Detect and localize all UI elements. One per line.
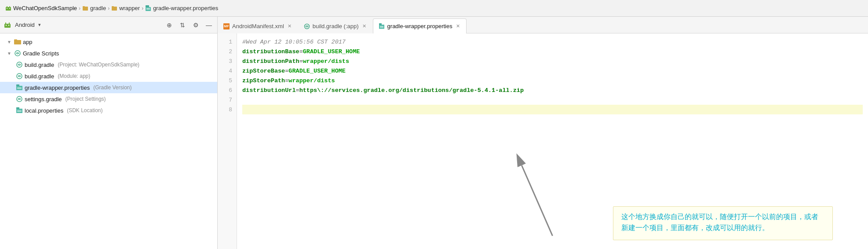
svg-rect-24 bbox=[16, 86, 22, 90]
gradle-file-icon-3 bbox=[16, 96, 23, 102]
breadcrumb-wrapper[interactable]: wrapper bbox=[111, 5, 140, 11]
svg-point-21 bbox=[17, 62, 22, 67]
ln-7: 7 bbox=[218, 95, 237, 105]
tree-item-local-properties[interactable]: local.properties (SDK Location) bbox=[0, 105, 217, 116]
svg-point-16 bbox=[6, 25, 7, 26]
breadcrumb-project[interactable]: WeChatOpenSdkSample bbox=[5, 5, 77, 11]
tree-label-build-gradle-app: build.gradle bbox=[25, 73, 54, 80]
breadcrumb-gradle[interactable]: gradle bbox=[82, 5, 106, 11]
tree-meta-build-gradle-project: (Project: WeChatOpenSdkSample) bbox=[58, 62, 139, 68]
tab-label-build-gradle-app: build.gradle (:app) bbox=[313, 23, 359, 29]
toolbar-minimize-btn[interactable]: — bbox=[204, 20, 214, 30]
gradle-props-icon-1 bbox=[16, 84, 23, 91]
file-tree: ▼ app ▼ Gradle Scripts bbox=[0, 33, 217, 119]
breadcrumb-sep-1: › bbox=[79, 5, 80, 11]
wrapper-folder-icon bbox=[111, 5, 117, 11]
tree-item-gradle-wrapper-props[interactable]: gradle-wrapper.properties (Gradle Versio… bbox=[0, 82, 217, 93]
code-val-3: wrapper/dists bbox=[303, 58, 349, 65]
tree-meta-settings-gradle: (Project Settings) bbox=[66, 96, 106, 102]
tree-item-app[interactable]: ▼ app bbox=[0, 36, 217, 48]
svg-point-22 bbox=[17, 73, 22, 79]
svg-point-3 bbox=[7, 8, 7, 9]
code-key-5: zipStorePath bbox=[242, 77, 285, 84]
ln-5: 5 bbox=[218, 76, 237, 85]
panel-label: Android bbox=[15, 22, 35, 28]
tree-meta-build-gradle-app: (Module: app) bbox=[58, 73, 90, 79]
tab-close-android-manifest[interactable]: ✕ bbox=[287, 23, 292, 29]
tree-label-gradle-wrapper-props: gradle-wrapper.properties bbox=[25, 84, 90, 91]
tab-build-gradle-app[interactable]: build.gradle (:app) ✕ bbox=[298, 18, 373, 33]
code-key-2: distributionBase bbox=[242, 48, 299, 55]
code-line-1: #Wed Apr 12 10:05:56 CST 2017 bbox=[242, 37, 863, 47]
code-key-6: distributionUrl bbox=[242, 87, 296, 94]
tab-label-gradle-wrapper-props: gradle-wrapper.properties bbox=[387, 23, 452, 29]
code-eq-5: = bbox=[285, 77, 288, 84]
code-eq-2: = bbox=[299, 48, 303, 55]
toolbar-icons: ⊕ ⇅ ⚙ — bbox=[164, 20, 214, 30]
code-line-7 bbox=[242, 95, 863, 105]
tree-item-settings-gradle[interactable]: settings.gradle (Project Settings) bbox=[0, 93, 217, 105]
tree-item-build-gradle-app[interactable]: build.gradle (Module: app) bbox=[0, 70, 217, 82]
chevron-gradle-scripts: ▼ bbox=[7, 51, 11, 56]
ln-4: 4 bbox=[218, 66, 237, 76]
annotation-arrow-svg bbox=[237, 152, 868, 249]
tree-label-settings-gradle: settings.gradle bbox=[25, 96, 62, 103]
tab-bar: MF AndroidManifest.xml ✕ build.gradle (:… bbox=[218, 17, 868, 33]
code-eq-6: = bbox=[296, 87, 299, 94]
toolbar-settings-btn[interactable]: ⚙ bbox=[191, 20, 201, 30]
toolbar-add-btn[interactable]: ⊕ bbox=[164, 20, 174, 30]
breadcrumb-gradle-label: gradle bbox=[90, 5, 106, 11]
svg-rect-19 bbox=[14, 40, 17, 41]
toolbar-sync-btn[interactable]: ⇅ bbox=[178, 20, 187, 30]
svg-point-32 bbox=[304, 24, 309, 29]
code-val-5: wrapper/dists bbox=[288, 77, 335, 84]
chevron-app: ▼ bbox=[7, 40, 11, 44]
code-key-4: zipStoreBase bbox=[242, 68, 285, 74]
annotation-text: 这个地方换成你自己的就可以，随便打开一个以前的项目，或者新建一个项目，里面都有，… bbox=[621, 213, 818, 233]
svg-rect-6 bbox=[83, 6, 85, 7]
code-line-8 bbox=[242, 105, 863, 114]
svg-point-17 bbox=[8, 25, 9, 26]
tree-label-local-properties: local.properties bbox=[25, 107, 63, 114]
svg-rect-8 bbox=[112, 6, 114, 7]
gradle-props-icon-2 bbox=[16, 107, 23, 114]
main-layout: Android ▾ ⊕ ⇅ ⚙ — ▼ app bbox=[0, 17, 868, 249]
tab-gradle-icon bbox=[304, 23, 310, 29]
tree-label-build-gradle-project: build.gradle bbox=[25, 62, 54, 68]
properties-file-icon bbox=[145, 5, 151, 11]
gradle-file-icon-1 bbox=[16, 62, 23, 68]
tree-label-gradle-scripts: Gradle Scripts bbox=[23, 50, 59, 57]
code-line-2: distributionBase=GRADLE_USER_HOME bbox=[242, 47, 863, 56]
tab-android-manifest[interactable]: MF AndroidManifest.xml ✕ bbox=[218, 18, 298, 33]
tab-close-gradle-wrapper-props[interactable]: ✕ bbox=[455, 23, 461, 29]
gradle-folder-icon bbox=[82, 5, 88, 11]
breadcrumb-project-name: WeChatOpenSdkSample bbox=[13, 5, 77, 11]
tab-close-build-gradle-app[interactable]: ✕ bbox=[361, 23, 367, 29]
tree-meta-gradle-wrapper-props: (Gradle Version) bbox=[93, 84, 131, 91]
svg-point-27 bbox=[17, 96, 22, 102]
breadcrumb-file[interactable]: gradle-wrapper.properties bbox=[145, 5, 218, 11]
code-key-3: distributionPath bbox=[242, 58, 299, 65]
code-val-6: https\://services.gradle.org/distributio… bbox=[299, 87, 524, 94]
folder-icon-app bbox=[14, 39, 21, 45]
svg-line-38 bbox=[522, 165, 553, 236]
svg-point-20 bbox=[15, 51, 20, 56]
tab-gradle-wrapper-props[interactable]: gradle-wrapper.properties ✕ bbox=[373, 18, 467, 33]
svg-rect-14 bbox=[5, 22, 6, 24]
svg-rect-9 bbox=[146, 5, 149, 7]
line-numbers: 1 2 3 4 5 6 7 8 bbox=[218, 33, 237, 249]
code-content[interactable]: #Wed Apr 12 10:05:56 CST 2017 distributi… bbox=[237, 33, 868, 249]
breadcrumb-file-label: gradle-wrapper.properties bbox=[153, 5, 218, 11]
ln-3: 3 bbox=[218, 56, 237, 66]
panel-dropdown-icon[interactable]: ▾ bbox=[38, 22, 41, 28]
svg-rect-0 bbox=[6, 7, 11, 11]
svg-rect-15 bbox=[9, 22, 10, 24]
breadcrumb-wrapper-label: wrapper bbox=[119, 5, 140, 11]
gradle-scripts-icon bbox=[14, 50, 21, 56]
right-panel: MF AndroidManifest.xml ✕ build.gradle (:… bbox=[218, 17, 868, 249]
tree-item-build-gradle-project[interactable]: build.gradle (Project: WeChatOpenSdkSamp… bbox=[0, 59, 217, 70]
svg-rect-34 bbox=[379, 25, 384, 29]
tree-label-app: app bbox=[23, 39, 33, 45]
ln-1: 1 bbox=[218, 37, 237, 47]
tree-item-gradle-scripts[interactable]: ▼ Gradle Scripts bbox=[0, 48, 217, 59]
